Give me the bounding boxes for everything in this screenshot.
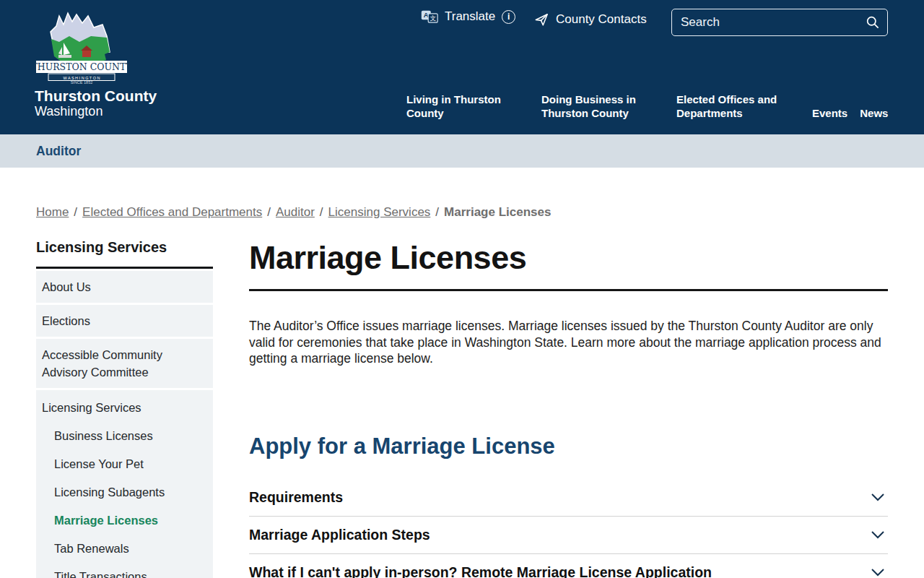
page-title: Marriage Licenses <box>249 239 888 277</box>
sidebar-item-marriage-licenses[interactable]: Marriage Licenses <box>42 506 207 535</box>
search-box <box>671 9 888 36</box>
nav-elected-offices[interactable]: Elected Offices and Departments <box>676 92 785 120</box>
sidebar: Licensing Services About Us Elections Ac… <box>36 239 213 578</box>
sidebar-item-business-licenses[interactable]: Business Licenses <box>42 422 207 450</box>
accordion-title: What if I can't apply in-person? Remote … <box>249 564 712 578</box>
breadcrumb-current: Marriage Licenses <box>444 205 551 219</box>
department-title[interactable]: Auditor <box>36 144 81 159</box>
accordion-title: Marriage Application Steps <box>249 527 430 543</box>
sidebar-item-accessible-community[interactable]: Accessible Community Advisory Committee <box>36 339 213 388</box>
county-art-icon <box>51 13 110 65</box>
search-icon[interactable] <box>866 15 880 30</box>
chevron-down-icon <box>871 530 885 539</box>
accordion-marriage-application-steps[interactable]: Marriage Application Steps <box>249 517 888 554</box>
info-glyph: i <box>507 12 510 22</box>
breadcrumb-separator: / <box>320 205 323 219</box>
breadcrumb-separator: / <box>435 205 439 219</box>
accordion-requirements[interactable]: Requirements <box>249 479 888 517</box>
translate-button[interactable]: A 文 Translate i <box>421 9 515 24</box>
chevron-down-icon <box>871 493 885 501</box>
accordion-title: Requirements <box>249 489 343 506</box>
county-contacts-link[interactable]: County Contacts <box>534 12 647 27</box>
section-title: Apply for a Marriage License <box>249 434 888 460</box>
sidebar-item-elections[interactable]: Elections <box>36 305 213 337</box>
nav-events[interactable]: Events <box>812 106 847 120</box>
sidebar-title: Licensing Services <box>36 239 213 269</box>
county-contacts-label: County Contacts <box>556 12 647 27</box>
nav-news[interactable]: News <box>860 106 888 120</box>
site-title-state: Washington <box>35 104 157 118</box>
sidebar-group-licensing-services: Licensing Services Business Licenses Lic… <box>36 390 213 578</box>
site-title-county: Thurston County <box>35 87 157 104</box>
info-icon[interactable]: i <box>502 10 515 24</box>
sidebar-item-licensing-services[interactable]: Licensing Services <box>42 399 207 416</box>
nav-doing-business[interactable]: Doing Business in Thurston County <box>541 92 639 120</box>
search-input[interactable] <box>672 15 866 30</box>
breadcrumb-home[interactable]: Home <box>36 205 69 219</box>
sidebar-item-license-your-pet[interactable]: License Your Pet <box>42 450 207 478</box>
site-title[interactable]: Thurston County Washington <box>35 87 157 118</box>
translate-icon: A 文 <box>421 10 438 23</box>
breadcrumb: Home/Elected Offices and Departments/Aud… <box>36 205 888 220</box>
seal-since-text: SINCE 1852 <box>71 80 93 85</box>
paper-plane-icon <box>534 12 549 27</box>
sidebar-item-tab-renewals[interactable]: Tab Renewals <box>42 535 207 563</box>
seal-name-text: THURSTON COUNTY <box>35 61 128 72</box>
svg-text:文: 文 <box>430 14 436 22</box>
main-nav: Living in Thurston County Doing Business… <box>406 92 889 120</box>
sidebar-item-licensing-subagents[interactable]: Licensing Subagents <box>42 478 207 506</box>
chevron-down-icon <box>871 568 885 577</box>
translate-label: Translate <box>445 9 495 24</box>
department-bar: Auditor <box>0 134 924 168</box>
title-divider <box>249 289 888 291</box>
site-header: THURSTON COUNTY W A S H I N G T O N SINC… <box>0 0 924 134</box>
sidebar-item-title-transactions[interactable]: Title Transactions <box>42 563 207 578</box>
sidebar-item-about-us[interactable]: About Us <box>36 271 213 303</box>
breadcrumb-licensing-services[interactable]: Licensing Services <box>328 205 431 219</box>
breadcrumb-elected-offices[interactable]: Elected Offices and Departments <box>82 205 262 219</box>
intro-paragraph: The Auditor’s Office issues marriage lic… <box>249 318 888 367</box>
county-seal-logo[interactable]: THURSTON COUNTY W A S H I N G T O N SINC… <box>35 9 128 84</box>
accordion-list: Requirements Marriage Application Steps … <box>249 479 888 578</box>
breadcrumb-auditor[interactable]: Auditor <box>276 205 315 219</box>
breadcrumb-separator: / <box>267 205 271 219</box>
main-content: Marriage Licenses The Auditor’s Office i… <box>249 239 888 578</box>
breadcrumb-separator: / <box>74 205 77 219</box>
nav-living-in-thurston-county[interactable]: Living in Thurston County <box>406 92 507 120</box>
accordion-remote-application[interactable]: What if I can't apply in-person? Remote … <box>249 554 888 578</box>
